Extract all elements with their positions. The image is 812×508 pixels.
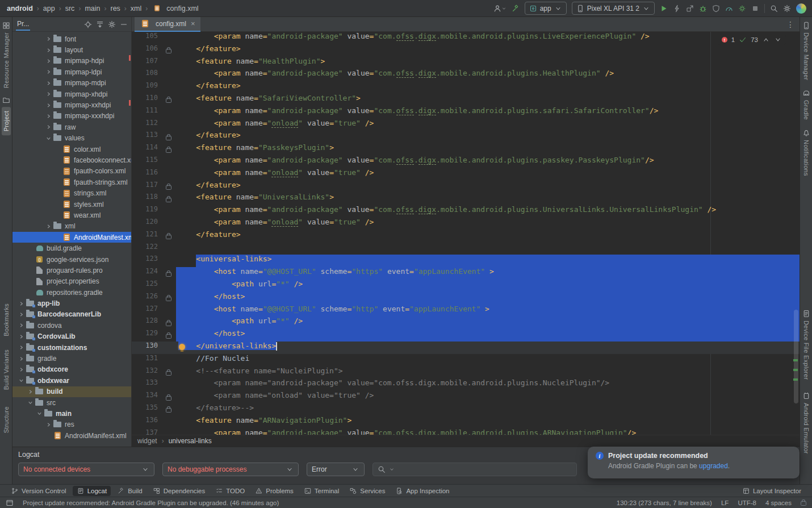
chevron-closed-icon[interactable] — [17, 344, 25, 351]
tree-item-strings-xml[interactable]: strings.xml — [12, 188, 131, 198]
code-line[interactable]: 108 <param name="android-package" value=… — [132, 69, 800, 81]
logcat-search-input[interactable] — [398, 465, 572, 474]
stripe-item-device-manager[interactable]: Device Manager — [802, 22, 810, 80]
tree-item-fpauth-strings-xml[interactable]: fpauth-strings.xml — [12, 177, 131, 188]
code-line[interactable]: 110 <feature name="SafariViewController"… — [132, 94, 800, 106]
tree-item-gradle[interactable]: gradle — [12, 353, 131, 364]
line-number[interactable]: 112 — [132, 119, 161, 131]
line-number[interactable]: 133 — [132, 378, 161, 391]
code-line[interactable]: 135 </feature>--> — [132, 403, 800, 416]
line-number[interactable]: 118 — [132, 193, 161, 205]
debug-bug-icon[interactable] — [699, 5, 707, 13]
line-number[interactable]: 120 — [132, 218, 161, 230]
logcat-filter-0[interactable]: No connected devices — [18, 463, 154, 476]
chevron-closed-icon[interactable] — [17, 334, 25, 340]
code-line[interactable]: 124 <host name="@@HOST_URL" scheme="http… — [132, 267, 800, 280]
tool-windows-icon[interactable] — [6, 499, 14, 507]
code-line[interactable]: 120 <param name="onload" value="true" /> — [132, 218, 800, 230]
more-options-icon[interactable]: ⋮ — [786, 20, 795, 29]
tool-button-version-control[interactable]: Version Control — [7, 486, 70, 496]
hide-icon[interactable] — [120, 20, 128, 28]
tree-item-project-properties[interactable]: project.properties — [12, 276, 131, 287]
stripe-item-gradle[interactable]: Gradle — [802, 89, 810, 120]
code-line[interactable]: 121 </feature> — [132, 230, 800, 243]
code-line[interactable]: 134 <param name="onload" value="true" /> — [132, 391, 800, 403]
code-line[interactable]: 133 <param name="android-package" value=… — [132, 378, 800, 391]
tree-item-src[interactable]: src — [12, 397, 131, 408]
settings-icon[interactable] — [108, 20, 116, 28]
line-number[interactable]: 110 — [132, 94, 161, 106]
logcat-filter-1[interactable]: No debuggable processes — [162, 463, 299, 476]
line-ending[interactable]: LF — [721, 499, 729, 506]
tool-button-logcat[interactable]: Logcat — [73, 486, 111, 496]
tool-button-app-inspection[interactable]: App Inspection — [391, 486, 453, 496]
attach-debugger-icon[interactable] — [686, 5, 694, 13]
tool-button-terminal[interactable]: Terminal — [300, 486, 343, 496]
line-number[interactable]: 122 — [132, 243, 161, 255]
line-number[interactable]: 108 — [132, 69, 161, 81]
chevron-open-icon[interactable] — [26, 399, 34, 406]
editor-body[interactable]: 105 <param name="android-package" value=… — [132, 32, 800, 435]
tree-item-mipmap-mdpi[interactable]: mipmap-mdpi — [12, 78, 131, 89]
stripe-item-resource-manager[interactable]: Resource Manager — [2, 22, 10, 88]
chevron-closed-icon[interactable] — [26, 389, 34, 395]
stripe-item-device-file-explorer[interactable]: Device File Explorer — [802, 310, 810, 380]
editor-scrollbar[interactable] — [794, 310, 798, 403]
code-line[interactable]: 130 </universal-links> — [132, 342, 800, 354]
tree-item-raw[interactable]: raw — [12, 122, 131, 132]
code-line[interactable]: 123 <universal-links> — [132, 255, 800, 267]
tree-item-main[interactable]: main — [12, 408, 131, 419]
profiler-sparkle-icon[interactable] — [738, 5, 746, 13]
tree-item-androidmanifest-xml[interactable]: AndroidManifest.xml — [12, 232, 131, 243]
chevron-closed-icon[interactable] — [44, 36, 52, 42]
line-number[interactable]: 128 — [132, 317, 161, 329]
tree-item-app-lib[interactable]: app-lib — [12, 298, 131, 309]
stripe-item-android-emulator[interactable]: Android Emulator — [802, 392, 810, 454]
play-icon[interactable] — [660, 5, 668, 13]
chevron-open-icon[interactable] — [17, 377, 25, 384]
line-number[interactable]: 123 — [132, 255, 161, 267]
stripe-item-build-variants[interactable]: Build Variants — [3, 349, 10, 390]
code-line[interactable]: 107 <feature name="HealthPlugin"> — [132, 57, 800, 69]
editor-breadcrumb-item[interactable]: widget — [137, 437, 157, 445]
tree-item-androidmanifest-xml[interactable]: AndroidManifest.xml — [12, 430, 131, 441]
project-view-tab[interactable]: Pr... — [16, 18, 30, 31]
chevron-closed-icon[interactable] — [44, 113, 52, 119]
chevron-closed-icon[interactable] — [17, 301, 25, 307]
caret-position[interactable]: 130:23 (273 chars, 7 line breaks) — [617, 499, 712, 506]
crosshair-icon[interactable] — [84, 20, 92, 28]
intention-bulb-icon[interactable] — [179, 344, 185, 350]
settings-icon[interactable] — [783, 5, 791, 13]
code-line[interactable]: 136 <feature name="ARNavigationPlugin"> — [132, 416, 800, 428]
device-select[interactable]: Pixel XL API 31 2 — [572, 2, 655, 15]
hammer-icon[interactable] — [512, 5, 520, 13]
tree-item-google-services-json[interactable]: {}google-services.json — [12, 254, 131, 265]
tree-item-mipmap-xxxhdpi[interactable]: mipmap-xxxhdpi — [12, 111, 131, 122]
line-number[interactable]: 114 — [132, 143, 161, 156]
breadcrumb-item-app[interactable]: app — [43, 5, 55, 13]
chevron-closed-icon[interactable] — [44, 91, 52, 97]
code-line[interactable]: 137 <param name="android-package" value=… — [132, 428, 800, 435]
logcat-search[interactable] — [372, 463, 577, 476]
readonly-lock-icon[interactable] — [801, 501, 806, 506]
tree-item-obdxcore[interactable]: obdxcore — [12, 364, 131, 375]
upgrade-link[interactable]: upgraded — [699, 462, 728, 470]
close-icon[interactable]: × — [191, 19, 195, 28]
tool-button-todo[interactable]: TODO — [211, 486, 249, 496]
collapse-all-icon[interactable] — [96, 20, 104, 28]
tree-item-repositories-gradle[interactable]: repositories.gradle — [12, 287, 131, 298]
code-line[interactable]: 114 <feature name="PasskeysPlugin"> — [132, 143, 800, 156]
logcat-filter-2[interactable]: Error — [307, 463, 365, 476]
tree-item-res[interactable]: res — [12, 419, 131, 430]
tree-item-cordova[interactable]: cordova — [12, 320, 131, 331]
line-number[interactable]: 135 — [132, 403, 161, 416]
code-line[interactable]: 129 </host> — [132, 329, 800, 342]
stripe-item-project[interactable]: Project — [2, 96, 11, 135]
tree-item-build-gradle[interactable]: build.gradle — [12, 243, 131, 253]
line-number[interactable]: 111 — [132, 106, 161, 119]
tree-item-cordovalib[interactable]: CordovaLib — [12, 331, 131, 342]
line-number[interactable]: 129 — [132, 329, 161, 342]
code-line[interactable]: 126 </host> — [132, 292, 800, 305]
chevron-closed-icon[interactable] — [44, 47, 52, 53]
user-menu-button[interactable] — [493, 5, 507, 13]
